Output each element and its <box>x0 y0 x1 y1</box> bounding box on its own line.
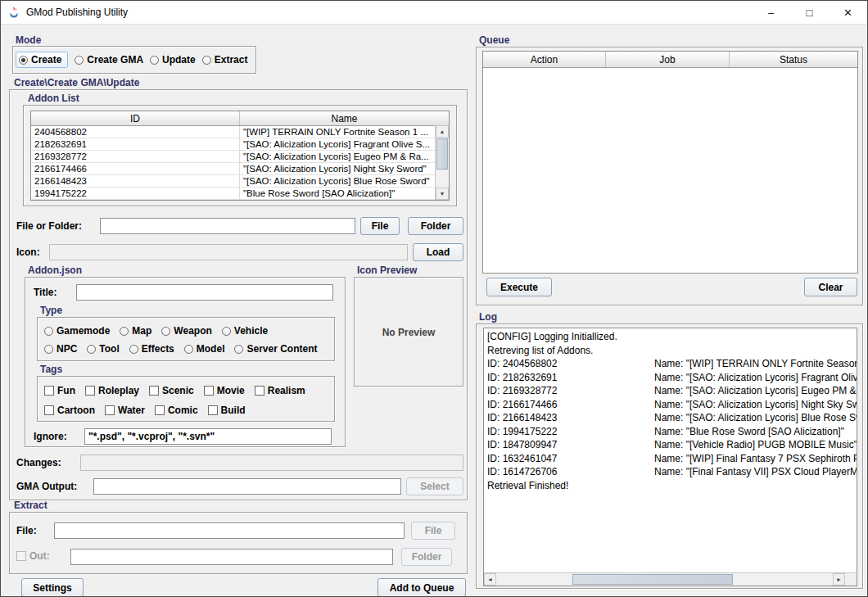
column-header-status[interactable]: Status <box>730 52 857 67</box>
scroll-left-icon[interactable] <box>484 573 496 586</box>
radio-create[interactable]: Create <box>16 52 68 68</box>
icon-label: Icon: <box>16 246 40 258</box>
checkbox-icon <box>255 386 264 396</box>
table-row[interactable]: 2166174466"[SAO: Alicization Lycoris] Ni… <box>31 163 435 175</box>
scroll-right-icon[interactable] <box>833 573 845 586</box>
radio-update[interactable]: Update <box>150 54 196 66</box>
checkbox-icon <box>16 551 26 561</box>
log-hscrollbar[interactable] <box>484 572 857 586</box>
option-label: Realism <box>268 385 305 396</box>
tags-row-2: CartoonWaterComicBuild <box>44 402 246 418</box>
execute-button[interactable]: Execute <box>486 278 552 296</box>
log-line: ID: 2169328772Name: "[SAO: Alicization L… <box>487 384 853 398</box>
title-input[interactable] <box>76 284 333 301</box>
extract-file-label: File: <box>16 525 37 536</box>
scroll-up-icon[interactable] <box>436 125 449 138</box>
add-to-queue-button[interactable]: Add to Queue <box>377 578 466 597</box>
addon-name-cell: "[SAO: Alicization Lycoris] Eugeo PM & R… <box>240 151 435 162</box>
column-header-job[interactable]: Job <box>606 52 730 67</box>
scroll-down-icon[interactable] <box>436 188 449 200</box>
log-line: Retrieval Finished! <box>487 479 853 493</box>
radio-extract[interactable]: Extract <box>202 54 248 66</box>
radio-vehicle[interactable]: Vehicle <box>222 325 268 337</box>
radio-model[interactable]: Model <box>184 343 225 355</box>
out-input[interactable] <box>70 549 393 565</box>
icon-preview-title: Icon Preview <box>357 265 417 275</box>
queue-table-header: Action Job Status <box>483 52 857 68</box>
checkbox-roleplay[interactable]: Roleplay <box>85 385 139 396</box>
file-button[interactable]: File <box>360 217 400 235</box>
clear-button[interactable]: Clear <box>804 278 857 296</box>
log-content[interactable]: [CONFIG] Logging Initiallized.Retreving … <box>484 328 857 572</box>
table-row[interactable]: 2182632691"[SAO: Alicization Lycoris] Fr… <box>31 138 435 151</box>
addon-id-cell: 2166148423 <box>31 175 240 187</box>
option-label: Fun <box>57 385 75 396</box>
radio-tool[interactable]: Tool <box>87 343 119 355</box>
log-line: ID: 1614726706Name: "[Final Fantasy VII]… <box>487 465 853 479</box>
checkbox-cartoon[interactable]: Cartoon <box>44 405 95 416</box>
radio-icon <box>161 327 170 336</box>
radio-icon <box>150 56 159 65</box>
option-label: Update <box>162 54 196 66</box>
radio-server-content[interactable]: Server Content <box>234 343 317 355</box>
gma-output-input[interactable] <box>93 478 401 495</box>
close-icon[interactable]: ✕ <box>829 1 867 24</box>
table-row[interactable]: 2166148423"[SAO: Alicization Lycoris] Bl… <box>31 175 435 188</box>
log-line: ID: 2166174466Name: "[SAO: Alicization L… <box>487 398 853 412</box>
radio-gamemode[interactable]: Gamemode <box>44 325 110 337</box>
scrollbar-thumb[interactable] <box>436 138 448 170</box>
addon-list-vscrollbar[interactable] <box>435 125 449 200</box>
folder-button[interactable]: Folder <box>408 217 463 235</box>
scrollbar-thumb[interactable] <box>572 574 733 585</box>
radio-effects[interactable]: Effects <box>129 343 174 355</box>
checkbox-icon <box>44 386 54 396</box>
no-preview-text: No Preview <box>355 327 463 338</box>
checkbox-build[interactable]: Build <box>208 405 246 416</box>
checkbox-movie[interactable]: Movie <box>204 385 245 396</box>
queue-group-title: Queue <box>479 35 509 45</box>
column-header-name[interactable]: Name <box>240 111 449 125</box>
minimize-icon[interactable]: – <box>752 1 790 24</box>
checkbox-icon <box>44 405 54 415</box>
table-row[interactable]: 2169328772"[SAO: Alicization Lycoris] Eu… <box>31 151 435 163</box>
file-or-folder-input[interactable] <box>100 218 355 234</box>
table-row[interactable]: 1994175222"Blue Rose Sword [SAO Alicizat… <box>31 188 435 200</box>
addon-name-cell: "[SAO: Alicization Lycoris] Fragrant Oli… <box>240 138 435 150</box>
option-label: Create GMA <box>87 54 143 66</box>
radio-create-gma[interactable]: Create GMA <box>75 54 143 66</box>
option-label: Weapon <box>174 325 211 337</box>
option-label: Gamemode <box>57 325 110 337</box>
addon-json-group: Title: Type GamemodeMapWeaponVehicle NPC… <box>25 277 346 447</box>
queue-table: Action Job Status <box>482 51 858 274</box>
checkbox-fun[interactable]: Fun <box>44 385 75 396</box>
settings-button[interactable]: Settings <box>21 578 84 597</box>
table-row[interactable]: 2404568802"[WIP] TERRAIN ONLY Fortnite S… <box>31 126 435 138</box>
log-line: [CONFIG] Logging Initiallized. <box>487 330 853 344</box>
addon-json-title: Addon.json <box>28 265 82 275</box>
checkbox-comic[interactable]: Comic <box>155 405 198 416</box>
log-line: ID: 2404568802Name: "[WIP] TERRAIN ONLY … <box>487 357 853 371</box>
checkbox-water[interactable]: Water <box>105 405 145 416</box>
checkbox-realism[interactable]: Realism <box>255 385 305 396</box>
radio-icon <box>44 327 53 336</box>
radio-weapon[interactable]: Weapon <box>161 325 211 337</box>
addon-id-cell: 2182632691 <box>31 138 240 150</box>
gma-output-label: GMA Output: <box>16 481 77 492</box>
maximize-icon[interactable]: □ <box>790 1 829 24</box>
log-line: ID: 1847809947Name: "[Vehicle Radio] PUG… <box>487 438 853 452</box>
type-row-1: GamemodeMapWeaponVehicle <box>44 323 268 339</box>
mode-options: Create Create GMA Update Extract <box>19 47 247 73</box>
checkbox-scenic[interactable]: Scenic <box>149 385 194 396</box>
option-label: Water <box>118 405 145 416</box>
column-header-action[interactable]: Action <box>483 52 606 67</box>
addon-id-cell: 2404568802 <box>31 126 240 138</box>
radio-npc[interactable]: NPC <box>44 343 77 355</box>
ignore-input[interactable] <box>84 428 332 445</box>
radio-icon <box>120 327 129 336</box>
load-button[interactable]: Load <box>413 243 463 261</box>
extract-file-input[interactable] <box>54 522 405 539</box>
radio-map[interactable]: Map <box>120 325 151 337</box>
column-header-id[interactable]: ID <box>31 111 240 125</box>
option-label: Build <box>221 405 246 416</box>
option-label: Roleplay <box>98 385 139 396</box>
